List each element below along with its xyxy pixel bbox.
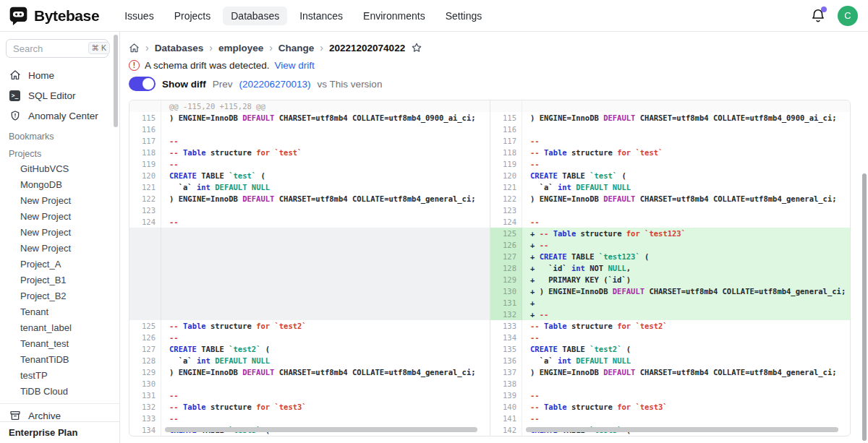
nav-item-settings[interactable]: Settings [438, 7, 490, 25]
top-navbar: Bytebase Issues Projects Databases Insta… [0, 0, 868, 32]
main-content: › Databases › employee › Change › 202212… [121, 32, 868, 443]
bookmark-star-icon[interactable] [411, 42, 422, 53]
code-line: -- [161, 216, 490, 228]
line-number: 127 [490, 251, 522, 262]
code-line: -- [161, 332, 490, 343]
sidebar-project-item[interactable]: Project_A [0, 257, 119, 272]
project-list: GitHubVCSMongoDBNew ProjectNew ProjectNe… [0, 161, 119, 400]
code-line: -- [522, 135, 850, 147]
code-line: + ) ENGINE=InnoDB DEFAULT CHARSET=utf8mb… [522, 285, 850, 297]
code-line: @@ -115,20 +115,28 @@ [161, 100, 490, 112]
code-line: ) ENGINE=InnoDB DEFAULT CHARSET=utf8mb4 … [522, 193, 850, 205]
sidebar-item-anomaly-center[interactable]: Anomaly Center [0, 107, 119, 124]
line-number: 139 [490, 390, 522, 401]
code-line [161, 274, 490, 285]
code-line: + -- [522, 309, 850, 320]
code-line: -- Table structure for `test` [522, 147, 850, 158]
diff-row: 139-- [490, 390, 850, 401]
code-line: -- [161, 390, 490, 401]
diff-row: 140-- Table structure for `test3` [490, 401, 850, 413]
diff-row: 117-- [490, 135, 850, 147]
sidebar-project-item[interactable]: GitHubVCS [0, 161, 119, 177]
breadcrumb-employee[interactable]: employee [218, 43, 263, 53]
code-line: -- Table structure for `test2` [522, 320, 850, 332]
code-line [161, 239, 490, 251]
breadcrumb-databases[interactable]: Databases [155, 43, 204, 53]
page-scrollbar[interactable] [862, 173, 867, 441]
diff-row: 141-- [490, 413, 850, 424]
diff-row: 121 `a` int DEFAULT NULL [490, 181, 850, 193]
prev-version-link[interactable]: (202206270013) [239, 79, 311, 90]
code-line [522, 100, 850, 112]
line-number: 131 [490, 297, 522, 309]
sidebar-project-item[interactable]: MongoDB [0, 177, 119, 193]
breadcrumb-current-version: 20221202074022 [329, 43, 405, 53]
sidebar-project-item[interactable]: TenantTiDB [0, 352, 119, 368]
code-line: -- [522, 390, 850, 401]
sidebar-project-item[interactable]: testTP [0, 368, 119, 384]
line-number: 126 [490, 239, 522, 251]
view-drift-link[interactable]: View drift [275, 60, 315, 71]
diff-added-row: 129+ PRIMARY KEY (`id`) [490, 274, 850, 285]
sidebar-project-item[interactable]: Tenant [0, 304, 119, 320]
horizontal-scrollbar-left[interactable] [165, 427, 477, 432]
sidebar-project-item[interactable]: TiDB Cloud [0, 384, 119, 400]
diff-row: 117-- [129, 135, 490, 147]
sidebar-project-item[interactable]: New Project [0, 193, 119, 209]
line-number: 129 [129, 366, 161, 378]
diff-added-row: 128+ `id` int NOT NULL, [490, 262, 850, 274]
diff-row: 116 [490, 124, 850, 135]
nav-item-issues[interactable]: Issues [116, 7, 161, 25]
horizontal-scrollbar-right[interactable] [526, 427, 838, 432]
sidebar-item-home[interactable]: Home [0, 66, 119, 84]
sidebar-project-item[interactable]: tenant_label [0, 320, 119, 336]
code-line [161, 309, 490, 320]
sidebar-item-label: Archive [28, 410, 61, 421]
line-number [129, 100, 161, 112]
diff-added-row: 130+ ) ENGINE=InnoDB DEFAULT CHARSET=utf… [490, 285, 850, 297]
line-number: 133 [129, 413, 161, 424]
nav-item-projects[interactable]: Projects [166, 7, 219, 25]
nav-item-databases[interactable]: Databases [223, 7, 287, 25]
breadcrumb-home-icon[interactable] [129, 43, 140, 53]
code-line [522, 124, 850, 135]
sidebar-project-item[interactable]: Project_B1 [0, 272, 119, 288]
sidebar-project-item[interactable]: Project_B2 [0, 288, 119, 304]
nav-item-instances[interactable]: Instances [292, 7, 351, 25]
diff-row: 133-- Table structure for `test2` [490, 320, 850, 332]
sidebar-item-sql-editor[interactable]: >_ SQL Editor [0, 87, 119, 104]
diff-added-row: 126+ -- [490, 239, 850, 251]
line-number: 130 [490, 285, 522, 297]
code-line: -- [522, 332, 850, 343]
sidebar-project-item[interactable]: New Project [0, 225, 119, 241]
line-number: 116 [490, 124, 522, 135]
line-number: 118 [129, 147, 161, 158]
sidebar-project-item[interactable]: New Project [0, 241, 119, 257]
line-number: 129 [490, 274, 522, 285]
line-number: 132 [129, 401, 161, 413]
show-diff-toggle[interactable] [129, 77, 156, 91]
archive-icon [9, 410, 21, 422]
notifications-bell-icon[interactable] [810, 8, 826, 24]
sidebar-scrollbar[interactable] [114, 35, 118, 127]
sidebar-item-label: Home [28, 70, 54, 81]
code-line [161, 124, 490, 135]
sidebar-project-item[interactable]: New Project [0, 209, 119, 225]
breadcrumb-change[interactable]: Change [278, 43, 315, 53]
diff-gap-row [129, 274, 490, 285]
avatar[interactable]: C [838, 6, 858, 26]
brand[interactable]: Bytebase [9, 6, 99, 25]
line-number [129, 228, 161, 239]
diff-row: 132-- Table structure for `test3` [129, 401, 490, 413]
diff-row: 122) ENGINE=InnoDB DEFAULT CHARSET=utf8m… [129, 193, 490, 205]
line-number: 118 [490, 147, 522, 158]
line-number [129, 297, 161, 309]
line-number: 140 [490, 401, 522, 413]
sidebar-project-item[interactable]: Tenant_test [0, 336, 119, 352]
code-line [161, 205, 490, 216]
nav-item-environments[interactable]: Environments [355, 7, 433, 25]
diff-hunk-row: @@ -115,20 +115,28 @@ [129, 100, 490, 112]
code-line: `a` int DEFAULT NULL [522, 181, 850, 193]
alert-icon: ! [129, 60, 140, 71]
line-number: 119 [490, 158, 522, 170]
